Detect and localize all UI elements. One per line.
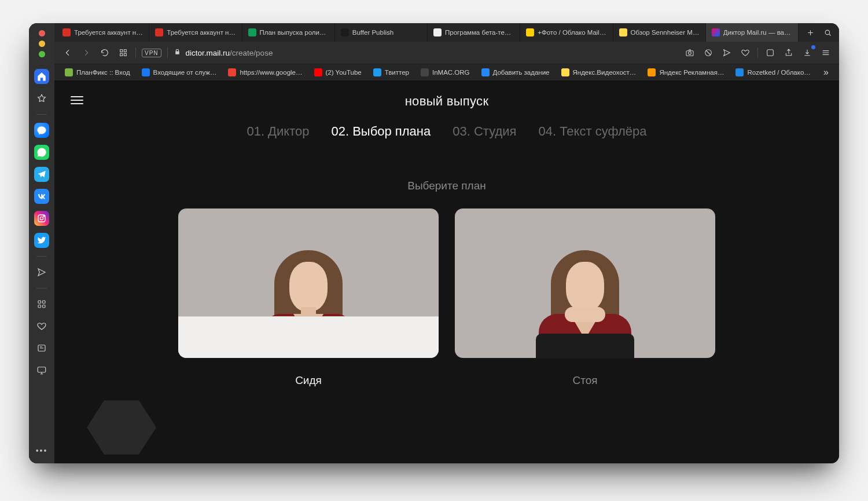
reader-icon[interactable] bbox=[34, 341, 49, 356]
url-field[interactable]: dictor.mail.ru/create/pose bbox=[174, 48, 678, 57]
browser-window: ••• Требуется аккаунт на Я Требуется акк… bbox=[29, 23, 839, 463]
bookmark-item[interactable]: Входящие от служ… bbox=[137, 64, 222, 81]
messenger-icon[interactable] bbox=[34, 123, 49, 138]
browser-tab[interactable]: План выпуска роликов н bbox=[242, 23, 335, 42]
bookmarks-bar: ПланФикс :: Вход Входящие от служ… https… bbox=[54, 64, 839, 81]
new-tab-button[interactable] bbox=[802, 23, 818, 42]
telegram-icon[interactable] bbox=[34, 167, 49, 182]
search-tabs-button[interactable] bbox=[819, 23, 836, 42]
svg-point-15 bbox=[689, 52, 692, 54]
minimize-window-icon[interactable] bbox=[39, 41, 45, 47]
svg-rect-6 bbox=[43, 305, 46, 308]
bookmark-item[interactable]: Яндекс.Видеохост… bbox=[557, 64, 641, 81]
instagram-icon[interactable] bbox=[34, 211, 49, 226]
pose-thumb-sitting bbox=[178, 209, 439, 358]
pose-caption: Стоя bbox=[455, 374, 715, 387]
twitter-icon[interactable] bbox=[34, 233, 49, 248]
tab-strip: Требуется аккаунт на Я Требуется аккаунт… bbox=[54, 23, 839, 42]
screenshot-icon[interactable] bbox=[683, 46, 696, 59]
window-controls[interactable] bbox=[39, 27, 45, 62]
more-dock-icon[interactable]: ••• bbox=[36, 446, 48, 455]
bookmark-item[interactable]: (2) YouTube bbox=[310, 64, 366, 81]
download-badge bbox=[811, 45, 815, 49]
browser-tab-active[interactable]: Диктор Mail.ru — ваш пе bbox=[706, 23, 799, 42]
heart-icon[interactable] bbox=[34, 319, 49, 334]
bookmark-item[interactable]: Rozetked / Облако… bbox=[731, 64, 815, 81]
browser-tab[interactable]: Программа бета-тестир bbox=[428, 23, 520, 42]
page-title: новый выпуск bbox=[157, 94, 736, 109]
bookmark-item[interactable]: Добавить задание bbox=[477, 64, 554, 81]
downloads-icon[interactable] bbox=[801, 46, 814, 59]
svg-rect-17 bbox=[767, 50, 774, 56]
desktop-icon[interactable] bbox=[34, 363, 49, 378]
send-icon[interactable] bbox=[34, 265, 49, 280]
home-icon[interactable] bbox=[34, 69, 49, 84]
reload-button[interactable] bbox=[98, 46, 111, 59]
nav-back-button[interactable] bbox=[61, 46, 74, 59]
extensions-icon[interactable] bbox=[764, 46, 777, 59]
browser-tab[interactable]: Требуется аккаунт на Я bbox=[57, 23, 149, 42]
lock-icon bbox=[174, 48, 181, 57]
bookmark-item[interactable]: Твиттер bbox=[369, 64, 414, 81]
pose-caption: Сидя bbox=[178, 374, 439, 387]
share-icon[interactable] bbox=[782, 46, 795, 59]
bookmarks-overflow-button[interactable]: » bbox=[819, 67, 833, 78]
svg-point-9 bbox=[825, 30, 830, 35]
svg-point-1 bbox=[40, 217, 43, 220]
browser-tab[interactable]: Buffer Publish bbox=[335, 23, 428, 42]
vk-icon[interactable] bbox=[34, 189, 49, 204]
svg-point-2 bbox=[43, 216, 45, 217]
section-subtitle: Выберите план bbox=[157, 180, 736, 192]
svg-rect-10 bbox=[120, 50, 123, 52]
svg-rect-4 bbox=[43, 301, 46, 303]
pose-option-standing[interactable]: Стоя bbox=[455, 209, 715, 387]
bookmark-item[interactable]: ПланФикс :: Вход bbox=[60, 64, 135, 81]
bookmark-item[interactable]: https://www.google… bbox=[223, 64, 307, 81]
bookmark-item[interactable]: Яндекс Рекламная… bbox=[643, 64, 729, 81]
star-icon[interactable] bbox=[34, 91, 49, 106]
send-page-icon[interactable] bbox=[720, 46, 733, 59]
svg-rect-13 bbox=[124, 53, 126, 56]
browser-tab[interactable]: Обзор Sennheiser Mome bbox=[613, 23, 706, 42]
svg-rect-3 bbox=[38, 301, 41, 303]
bookmark-item[interactable]: InMAC.ORG bbox=[416, 64, 475, 81]
side-dock: ••• bbox=[29, 23, 54, 463]
browser-tab[interactable]: +Фото / Облако Mail.ru bbox=[520, 23, 613, 42]
pose-thumb-standing bbox=[455, 209, 715, 358]
svg-rect-11 bbox=[124, 50, 126, 52]
step-2[interactable]: 02. Выбор плана bbox=[331, 124, 431, 139]
address-bar: VPN dictor.mail.ru/create/pose bbox=[54, 42, 839, 64]
app-menu-button[interactable] bbox=[71, 94, 83, 107]
svg-rect-8 bbox=[38, 367, 46, 372]
favorite-icon[interactable] bbox=[739, 46, 752, 59]
step-4[interactable]: 04. Текст суфлёра bbox=[538, 124, 646, 139]
wizard-steps: 01. Диктор 02. Выбор плана 03. Студия 04… bbox=[157, 124, 736, 139]
adblock-icon[interactable] bbox=[702, 46, 715, 59]
nav-forward-button[interactable] bbox=[80, 46, 93, 59]
step-1[interactable]: 01. Диктор bbox=[247, 124, 309, 139]
pose-option-sitting[interactable]: Сидя bbox=[178, 209, 439, 387]
menu-icon[interactable] bbox=[819, 46, 832, 59]
page-content: новый выпуск 01. Диктор 02. Выбор плана … bbox=[54, 81, 839, 463]
browser-tab[interactable]: Требуется аккаунт на Я bbox=[149, 23, 242, 42]
close-window-icon[interactable] bbox=[39, 30, 45, 36]
fullscreen-window-icon[interactable] bbox=[39, 51, 45, 57]
svg-rect-12 bbox=[120, 53, 123, 56]
vpn-badge[interactable]: VPN bbox=[142, 49, 161, 57]
watermark-hexagon bbox=[87, 397, 156, 458]
svg-rect-5 bbox=[38, 305, 41, 308]
step-3[interactable]: 03. Студия bbox=[453, 124, 516, 139]
apps-grid-icon[interactable] bbox=[34, 297, 49, 312]
start-page-icon[interactable] bbox=[117, 46, 130, 59]
whatsapp-icon[interactable] bbox=[34, 145, 49, 160]
